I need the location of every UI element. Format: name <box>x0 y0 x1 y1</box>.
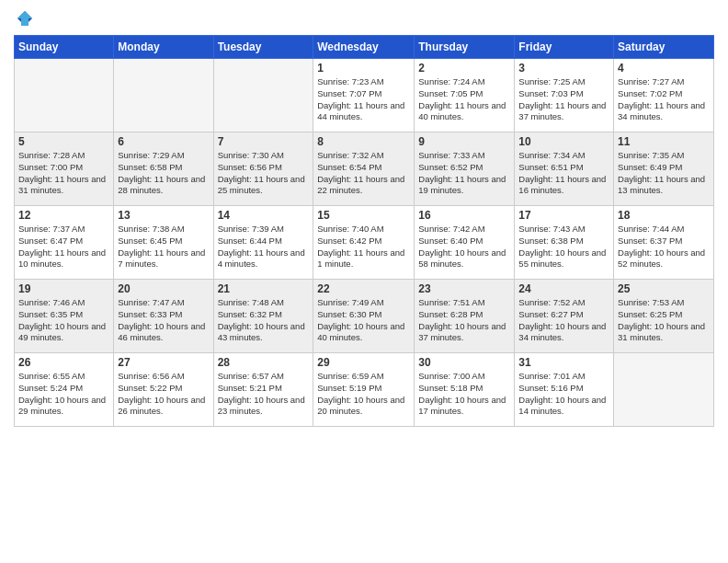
calendar-cell: 14Sunrise: 7:39 AM Sunset: 6:44 PM Dayli… <box>213 206 313 280</box>
calendar-cell: 11Sunrise: 7:35 AM Sunset: 6:49 PM Dayli… <box>614 132 714 206</box>
calendar-week-row: 19Sunrise: 7:46 AM Sunset: 6:35 PM Dayli… <box>15 280 714 353</box>
day-info: Sunrise: 7:29 AM Sunset: 6:58 PM Dayligh… <box>118 150 209 197</box>
day-number: 30 <box>418 356 510 369</box>
calendar-cell: 26Sunrise: 6:55 AM Sunset: 5:24 PM Dayli… <box>15 353 114 427</box>
day-number: 5 <box>18 135 109 148</box>
day-number: 21 <box>218 282 310 295</box>
day-info: Sunrise: 7:49 AM Sunset: 6:30 PM Dayligh… <box>317 297 410 344</box>
day-number: 13 <box>118 209 209 222</box>
day-info: Sunrise: 7:23 AM Sunset: 7:07 PM Dayligh… <box>317 76 410 123</box>
calendar-cell: 13Sunrise: 7:38 AM Sunset: 6:45 PM Dayli… <box>114 206 213 280</box>
calendar-cell: 21Sunrise: 7:48 AM Sunset: 6:32 PM Dayli… <box>213 280 313 353</box>
day-number: 12 <box>18 209 109 222</box>
day-number: 2 <box>418 62 510 75</box>
calendar-cell: 9Sunrise: 7:33 AM Sunset: 6:52 PM Daylig… <box>415 132 515 206</box>
logo-icon <box>16 9 34 28</box>
day-info: Sunrise: 6:55 AM Sunset: 5:24 PM Dayligh… <box>18 371 109 418</box>
day-info: Sunrise: 6:59 AM Sunset: 5:19 PM Dayligh… <box>317 371 410 418</box>
calendar-cell: 7Sunrise: 7:30 AM Sunset: 6:56 PM Daylig… <box>213 132 313 206</box>
calendar-cell: 20Sunrise: 7:47 AM Sunset: 6:33 PM Dayli… <box>114 280 213 353</box>
day-number: 4 <box>618 62 710 75</box>
calendar-table: SundayMondayTuesdayWednesdayThursdayFrid… <box>14 35 714 427</box>
day-number: 19 <box>18 282 109 295</box>
calendar-cell: 15Sunrise: 7:40 AM Sunset: 6:42 PM Dayli… <box>313 206 415 280</box>
header <box>14 9 714 28</box>
calendar-cell: 30Sunrise: 7:00 AM Sunset: 5:18 PM Dayli… <box>415 353 515 427</box>
weekday-header-monday: Monday <box>114 36 213 59</box>
day-info: Sunrise: 6:56 AM Sunset: 5:22 PM Dayligh… <box>118 371 209 418</box>
calendar-cell <box>15 59 114 132</box>
day-number: 31 <box>518 356 609 369</box>
day-number: 23 <box>418 282 510 295</box>
day-number: 8 <box>317 135 410 148</box>
calendar-cell: 19Sunrise: 7:46 AM Sunset: 6:35 PM Dayli… <box>15 280 114 353</box>
calendar-week-row: 5Sunrise: 7:28 AM Sunset: 7:00 PM Daylig… <box>15 132 714 206</box>
day-info: Sunrise: 7:01 AM Sunset: 5:16 PM Dayligh… <box>518 371 609 418</box>
calendar-header-row: SundayMondayTuesdayWednesdayThursdayFrid… <box>15 36 714 59</box>
day-number: 9 <box>418 135 510 148</box>
calendar-cell <box>213 59 313 132</box>
day-number: 15 <box>317 209 410 222</box>
day-info: Sunrise: 7:37 AM Sunset: 6:47 PM Dayligh… <box>18 224 109 270</box>
weekday-header-tuesday: Tuesday <box>213 36 313 59</box>
day-number: 6 <box>118 135 209 148</box>
page: SundayMondayTuesdayWednesdayThursdayFrid… <box>0 0 728 563</box>
logo <box>14 9 34 28</box>
day-info: Sunrise: 7:28 AM Sunset: 7:00 PM Dayligh… <box>18 150 109 197</box>
day-info: Sunrise: 7:25 AM Sunset: 7:03 PM Dayligh… <box>518 76 609 123</box>
calendar-cell <box>614 353 714 427</box>
calendar-cell: 31Sunrise: 7:01 AM Sunset: 5:16 PM Dayli… <box>515 353 614 427</box>
day-info: Sunrise: 7:42 AM Sunset: 6:40 PM Dayligh… <box>418 224 510 270</box>
calendar-week-row: 26Sunrise: 6:55 AM Sunset: 5:24 PM Dayli… <box>15 353 714 427</box>
day-number: 27 <box>118 356 209 369</box>
day-info: Sunrise: 7:39 AM Sunset: 6:44 PM Dayligh… <box>218 224 310 270</box>
day-info: Sunrise: 7:44 AM Sunset: 6:37 PM Dayligh… <box>618 224 710 270</box>
day-number: 24 <box>518 282 609 295</box>
day-number: 18 <box>618 209 710 222</box>
calendar-cell: 10Sunrise: 7:34 AM Sunset: 6:51 PM Dayli… <box>515 132 614 206</box>
day-number: 28 <box>218 356 310 369</box>
day-info: Sunrise: 6:57 AM Sunset: 5:21 PM Dayligh… <box>218 371 310 418</box>
day-info: Sunrise: 7:48 AM Sunset: 6:32 PM Dayligh… <box>218 297 310 344</box>
weekday-header-sunday: Sunday <box>15 36 114 59</box>
day-number: 7 <box>218 135 310 148</box>
day-number: 10 <box>518 135 609 148</box>
calendar-cell <box>114 59 213 132</box>
calendar-cell: 22Sunrise: 7:49 AM Sunset: 6:30 PM Dayli… <box>313 280 415 353</box>
calendar-cell: 4Sunrise: 7:27 AM Sunset: 7:02 PM Daylig… <box>614 59 714 132</box>
day-number: 1 <box>317 62 410 75</box>
calendar-cell: 16Sunrise: 7:42 AM Sunset: 6:40 PM Dayli… <box>415 206 515 280</box>
day-number: 3 <box>518 62 609 75</box>
day-number: 16 <box>418 209 510 222</box>
calendar-cell: 1Sunrise: 7:23 AM Sunset: 7:07 PM Daylig… <box>313 59 415 132</box>
calendar-cell: 18Sunrise: 7:44 AM Sunset: 6:37 PM Dayli… <box>614 206 714 280</box>
day-number: 11 <box>618 135 710 148</box>
day-number: 22 <box>317 282 410 295</box>
calendar-cell: 8Sunrise: 7:32 AM Sunset: 6:54 PM Daylig… <box>313 132 415 206</box>
day-info: Sunrise: 7:24 AM Sunset: 7:05 PM Dayligh… <box>418 76 510 123</box>
weekday-header-wednesday: Wednesday <box>313 36 415 59</box>
day-info: Sunrise: 7:00 AM Sunset: 5:18 PM Dayligh… <box>418 371 510 418</box>
calendar-cell: 28Sunrise: 6:57 AM Sunset: 5:21 PM Dayli… <box>213 353 313 427</box>
calendar-cell: 29Sunrise: 6:59 AM Sunset: 5:19 PM Dayli… <box>313 353 415 427</box>
calendar-cell: 17Sunrise: 7:43 AM Sunset: 6:38 PM Dayli… <box>515 206 614 280</box>
calendar-week-row: 12Sunrise: 7:37 AM Sunset: 6:47 PM Dayli… <box>15 206 714 280</box>
weekday-header-thursday: Thursday <box>415 36 515 59</box>
day-info: Sunrise: 7:40 AM Sunset: 6:42 PM Dayligh… <box>317 224 410 270</box>
day-info: Sunrise: 7:52 AM Sunset: 6:27 PM Dayligh… <box>518 297 609 344</box>
day-number: 20 <box>118 282 209 295</box>
day-info: Sunrise: 7:30 AM Sunset: 6:56 PM Dayligh… <box>218 150 310 197</box>
day-number: 26 <box>18 356 109 369</box>
calendar-week-row: 1Sunrise: 7:23 AM Sunset: 7:07 PM Daylig… <box>15 59 714 132</box>
day-number: 17 <box>518 209 609 222</box>
calendar-cell: 12Sunrise: 7:37 AM Sunset: 6:47 PM Dayli… <box>15 206 114 280</box>
calendar-cell: 27Sunrise: 6:56 AM Sunset: 5:22 PM Dayli… <box>114 353 213 427</box>
calendar-cell: 5Sunrise: 7:28 AM Sunset: 7:00 PM Daylig… <box>15 132 114 206</box>
calendar-cell: 24Sunrise: 7:52 AM Sunset: 6:27 PM Dayli… <box>515 280 614 353</box>
day-info: Sunrise: 7:38 AM Sunset: 6:45 PM Dayligh… <box>118 224 209 270</box>
day-info: Sunrise: 7:46 AM Sunset: 6:35 PM Dayligh… <box>18 297 109 344</box>
calendar-cell: 23Sunrise: 7:51 AM Sunset: 6:28 PM Dayli… <box>415 280 515 353</box>
day-info: Sunrise: 7:32 AM Sunset: 6:54 PM Dayligh… <box>317 150 410 197</box>
day-number: 14 <box>218 209 310 222</box>
day-number: 29 <box>317 356 410 369</box>
